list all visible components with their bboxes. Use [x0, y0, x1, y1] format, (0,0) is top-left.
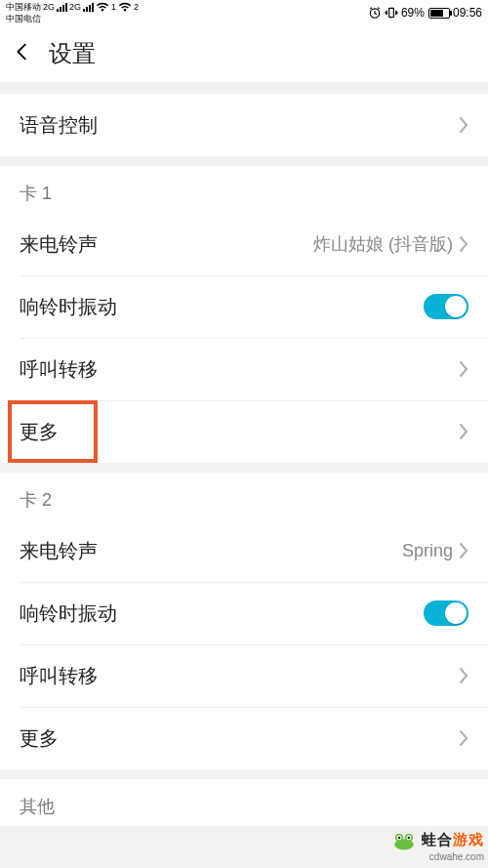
other-header: 其他	[0, 779, 488, 826]
watermark: 蛙合游戏 cdwahe.com	[390, 829, 484, 862]
wifi-icon-1	[96, 2, 109, 12]
back-button[interactable]	[12, 41, 33, 66]
section-voice: 语音控制	[0, 94, 488, 156]
sim1-vibrate-toggle[interactable]	[424, 294, 468, 319]
section-sim2: 卡 2 来电铃声 Spring 响铃时振动 呼叫转移 更多	[0, 473, 488, 769]
status-left: 中国移动 2G 2G 1 2 中国电信	[6, 2, 139, 23]
net-2: 2G	[69, 3, 81, 12]
chevron-right-icon	[459, 116, 468, 134]
row-sim2-vibrate: 响铃时振动	[0, 582, 488, 644]
chevron-right-icon	[459, 423, 468, 440]
net-1: 2G	[43, 3, 55, 12]
wifi-icon-2	[118, 2, 132, 12]
app-header: 设置	[0, 25, 488, 82]
wifi-badge-2: 2	[134, 3, 139, 12]
status-right: 69% 09:56	[368, 6, 482, 20]
row-sim2-forward[interactable]: 呼叫转移	[0, 644, 488, 707]
row-sim1-vibrate: 响铃时振动	[0, 275, 488, 338]
sim2-vibrate-label: 响铃时振动	[20, 600, 117, 627]
svg-point-8	[408, 837, 411, 840]
sim2-more-label: 更多	[20, 725, 59, 752]
watermark-brand: 蛙合游戏	[422, 831, 484, 849]
sim2-header: 卡 2	[0, 473, 488, 519]
sim1-forward-label: 呼叫转移	[20, 356, 98, 383]
carrier-1: 中国移动	[6, 3, 41, 12]
signal-icon-2	[83, 2, 94, 12]
vibrate-icon	[385, 6, 398, 20]
row-voice-control[interactable]: 语音控制	[0, 94, 488, 156]
row-sim2-more[interactable]: 更多	[0, 707, 488, 769]
watermark-brand-b: 游戏	[453, 831, 484, 847]
battery-percent: 69%	[401, 6, 425, 20]
row-sim1-ringtone[interactable]: 来电铃声 炸山姑娘 (抖音版)	[0, 213, 488, 275]
chevron-right-icon	[459, 235, 468, 253]
chevron-right-icon	[459, 667, 468, 684]
row-sim1-forward[interactable]: 呼叫转移	[0, 338, 488, 400]
chevron-right-icon	[459, 360, 468, 378]
sim1-vibrate-label: 响铃时振动	[20, 294, 117, 320]
page-title: 设置	[49, 38, 96, 69]
sim2-ringtone-value: Spring	[402, 541, 453, 561]
section-other: 其他	[0, 779, 488, 826]
sim1-ringtone-label: 来电铃声	[20, 231, 98, 258]
sim1-header: 卡 1	[0, 166, 488, 213]
row-sim1-more[interactable]: 更多	[0, 400, 488, 463]
row-sim2-ringtone[interactable]: 来电铃声 Spring	[0, 519, 488, 582]
sim2-forward-label: 呼叫转移	[20, 663, 98, 689]
watermark-brand-a: 蛙合	[422, 831, 453, 847]
battery-icon	[428, 8, 450, 19]
clock-time: 09:56	[453, 6, 482, 20]
sim1-more-label: 更多	[20, 419, 59, 445]
sim2-ringtone-label: 来电铃声	[20, 538, 98, 564]
svg-point-7	[398, 837, 401, 840]
chevron-right-icon	[459, 542, 468, 559]
status-bar: 中国移动 2G 2G 1 2 中国电信 69% 09:56	[0, 0, 488, 25]
watermark-url: cdwahe.com	[390, 851, 484, 862]
svg-rect-1	[389, 8, 394, 17]
section-sim1: 卡 1 来电铃声 炸山姑娘 (抖音版) 响铃时振动 呼叫转移 更多	[0, 166, 488, 463]
sim2-vibrate-toggle[interactable]	[424, 600, 468, 626]
wifi-badge-1: 1	[111, 3, 116, 12]
sim1-ringtone-value: 炸山姑娘 (抖音版)	[313, 232, 453, 256]
frog-icon	[390, 829, 418, 850]
alarm-icon	[368, 6, 382, 20]
voice-control-label: 语音控制	[20, 112, 98, 139]
signal-icon-1	[57, 2, 67, 12]
chevron-right-icon	[459, 729, 468, 747]
carrier-2: 中国电信	[6, 15, 41, 23]
